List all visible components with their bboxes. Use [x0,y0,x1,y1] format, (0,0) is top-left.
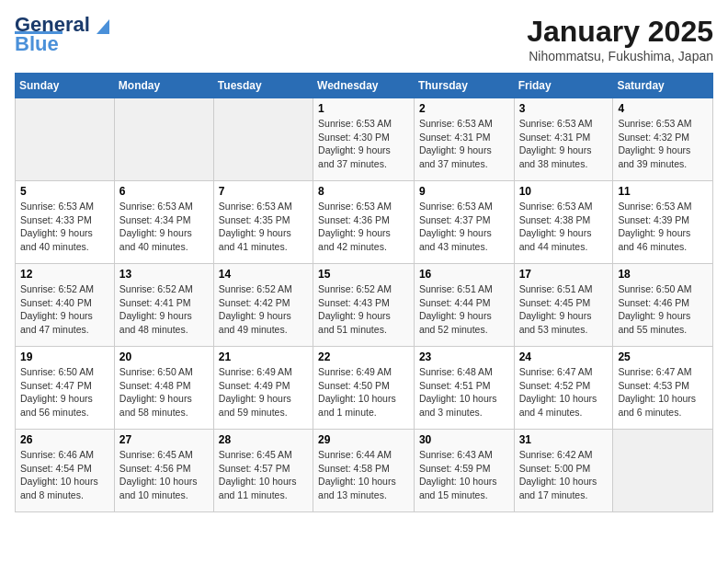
calendar-cell: 19Sunrise: 6:50 AM Sunset: 4:47 PM Dayli… [16,347,115,430]
calendar-cell: 11Sunrise: 6:53 AM Sunset: 4:39 PM Dayli… [613,181,713,264]
calendar-week-row: 5Sunrise: 6:53 AM Sunset: 4:33 PM Daylig… [16,181,713,264]
day-info: Sunrise: 6:53 AM Sunset: 4:38 PM Dayligh… [519,200,609,254]
day-info: Sunrise: 6:47 AM Sunset: 4:52 PM Dayligh… [519,365,609,419]
day-info: Sunrise: 6:50 AM Sunset: 4:47 PM Dayligh… [20,365,109,419]
day-number: 15 [318,268,409,281]
calendar-week-row: 19Sunrise: 6:50 AM Sunset: 4:47 PM Dayli… [16,347,713,430]
day-number: 30 [419,433,509,446]
day-info: Sunrise: 6:43 AM Sunset: 4:59 PM Dayligh… [419,448,509,502]
calendar-cell: 14Sunrise: 6:52 AM Sunset: 4:42 PM Dayli… [213,264,313,347]
calendar-cell: 1Sunrise: 6:53 AM Sunset: 4:30 PM Daylig… [313,98,415,181]
weekday-header-sunday: Sunday [16,74,115,98]
day-number: 11 [618,185,708,198]
day-number: 8 [318,185,409,198]
day-number: 22 [318,350,409,363]
calendar-table: SundayMondayTuesdayWednesdayThursdayFrid… [15,73,713,512]
day-number: 27 [119,433,209,446]
calendar-cell: 20Sunrise: 6:50 AM Sunset: 4:48 PM Dayli… [114,347,213,430]
calendar-cell: 13Sunrise: 6:52 AM Sunset: 4:41 PM Dayli… [114,264,213,347]
calendar-week-row: 12Sunrise: 6:52 AM Sunset: 4:40 PM Dayli… [16,264,713,347]
calendar-cell: 28Sunrise: 6:45 AM Sunset: 4:57 PM Dayli… [213,430,313,512]
calendar-cell: 5Sunrise: 6:53 AM Sunset: 4:33 PM Daylig… [16,181,115,264]
calendar-cell: 8Sunrise: 6:53 AM Sunset: 4:36 PM Daylig… [313,181,415,264]
calendar-cell: 6Sunrise: 6:53 AM Sunset: 4:34 PM Daylig… [114,181,213,264]
page-header: General Blue January 2025 Nihommatsu, Fu… [15,15,713,63]
day-info: Sunrise: 6:51 AM Sunset: 4:44 PM Dayligh… [419,282,509,337]
weekday-header-friday: Friday [514,74,613,98]
day-info: Sunrise: 6:53 AM Sunset: 4:32 PM Dayligh… [618,117,708,171]
day-info: Sunrise: 6:46 AM Sunset: 4:54 PM Dayligh… [20,448,109,502]
weekday-header-monday: Monday [114,74,213,98]
day-info: Sunrise: 6:50 AM Sunset: 4:46 PM Dayligh… [618,282,708,337]
calendar-cell: 9Sunrise: 6:53 AM Sunset: 4:37 PM Daylig… [414,181,514,264]
day-info: Sunrise: 6:53 AM Sunset: 4:35 PM Dayligh… [219,200,308,254]
calendar-cell: 24Sunrise: 6:47 AM Sunset: 4:52 PM Dayli… [514,347,613,430]
day-info: Sunrise: 6:52 AM Sunset: 4:42 PM Dayligh… [219,282,308,337]
day-number: 19 [20,350,109,363]
day-number: 16 [419,268,509,281]
day-number: 2 [419,102,509,115]
day-number: 28 [219,433,308,446]
calendar-cell: 22Sunrise: 6:49 AM Sunset: 4:50 PM Dayli… [313,347,415,430]
day-info: Sunrise: 6:42 AM Sunset: 5:00 PM Dayligh… [519,448,609,502]
day-info: Sunrise: 6:47 AM Sunset: 4:53 PM Dayligh… [618,365,708,419]
calendar-cell: 2Sunrise: 6:53 AM Sunset: 4:31 PM Daylig… [414,98,514,181]
day-number: 20 [119,350,209,363]
location: Nihommatsu, Fukushima, Japan [527,49,713,63]
day-info: Sunrise: 6:48 AM Sunset: 4:51 PM Dayligh… [419,365,509,419]
day-number: 4 [618,102,708,115]
day-number: 31 [519,433,609,446]
day-info: Sunrise: 6:45 AM Sunset: 4:57 PM Dayligh… [219,448,308,502]
calendar-cell: 15Sunrise: 6:52 AM Sunset: 4:43 PM Dayli… [313,264,415,347]
month-title: January 2025 [527,15,713,49]
calendar-cell [613,430,713,512]
title-block: January 2025 Nihommatsu, Fukushima, Japa… [527,15,713,63]
calendar-week-row: 1Sunrise: 6:53 AM Sunset: 4:30 PM Daylig… [16,98,713,181]
day-number: 24 [519,350,609,363]
day-info: Sunrise: 6:53 AM Sunset: 4:30 PM Dayligh… [318,117,409,171]
calendar-cell: 10Sunrise: 6:53 AM Sunset: 4:38 PM Dayli… [514,181,613,264]
day-info: Sunrise: 6:45 AM Sunset: 4:56 PM Dayligh… [119,448,209,502]
day-info: Sunrise: 6:49 AM Sunset: 4:49 PM Dayligh… [219,365,308,419]
day-info: Sunrise: 6:51 AM Sunset: 4:45 PM Dayligh… [519,282,609,337]
calendar-cell: 4Sunrise: 6:53 AM Sunset: 4:32 PM Daylig… [613,98,713,181]
calendar-cell: 3Sunrise: 6:53 AM Sunset: 4:31 PM Daylig… [514,98,613,181]
weekday-header-saturday: Saturday [613,74,713,98]
day-number: 18 [618,268,708,281]
calendar-cell: 30Sunrise: 6:43 AM Sunset: 4:59 PM Dayli… [414,430,514,512]
calendar-cell: 23Sunrise: 6:48 AM Sunset: 4:51 PM Dayli… [414,347,514,430]
weekday-header-wednesday: Wednesday [313,74,415,98]
day-number: 6 [119,185,209,198]
day-number: 3 [519,102,609,115]
calendar-cell: 17Sunrise: 6:51 AM Sunset: 4:45 PM Dayli… [514,264,613,347]
day-number: 29 [318,433,409,446]
day-number: 23 [419,350,509,363]
day-number: 10 [519,185,609,198]
calendar-cell: 29Sunrise: 6:44 AM Sunset: 4:58 PM Dayli… [313,430,415,512]
day-info: Sunrise: 6:53 AM Sunset: 4:36 PM Dayligh… [318,200,409,254]
day-number: 14 [219,268,308,281]
svg-marker-0 [97,19,109,34]
day-info: Sunrise: 6:53 AM Sunset: 4:33 PM Dayligh… [20,200,109,254]
day-info: Sunrise: 6:52 AM Sunset: 4:41 PM Dayligh… [119,282,209,337]
day-number: 7 [219,185,308,198]
day-number: 1 [318,102,409,115]
calendar-cell [213,98,313,181]
calendar-cell: 18Sunrise: 6:50 AM Sunset: 4:46 PM Dayli… [613,264,713,347]
weekday-header-thursday: Thursday [414,74,514,98]
day-number: 17 [519,268,609,281]
calendar-cell [114,98,213,181]
day-number: 26 [20,433,109,446]
day-info: Sunrise: 6:53 AM Sunset: 4:34 PM Dayligh… [119,200,209,254]
day-info: Sunrise: 6:53 AM Sunset: 4:39 PM Dayligh… [618,200,708,254]
day-info: Sunrise: 6:44 AM Sunset: 4:58 PM Dayligh… [318,448,409,502]
day-number: 21 [219,350,308,363]
day-info: Sunrise: 6:53 AM Sunset: 4:31 PM Dayligh… [419,117,509,171]
day-info: Sunrise: 6:53 AM Sunset: 4:37 PM Dayligh… [419,200,509,254]
day-number: 12 [20,268,109,281]
day-info: Sunrise: 6:52 AM Sunset: 4:40 PM Dayligh… [20,282,109,337]
calendar-cell: 25Sunrise: 6:47 AM Sunset: 4:53 PM Dayli… [613,347,713,430]
calendar-cell [16,98,115,181]
calendar-cell: 26Sunrise: 6:46 AM Sunset: 4:54 PM Dayli… [16,430,115,512]
logo: General Blue [15,15,96,56]
